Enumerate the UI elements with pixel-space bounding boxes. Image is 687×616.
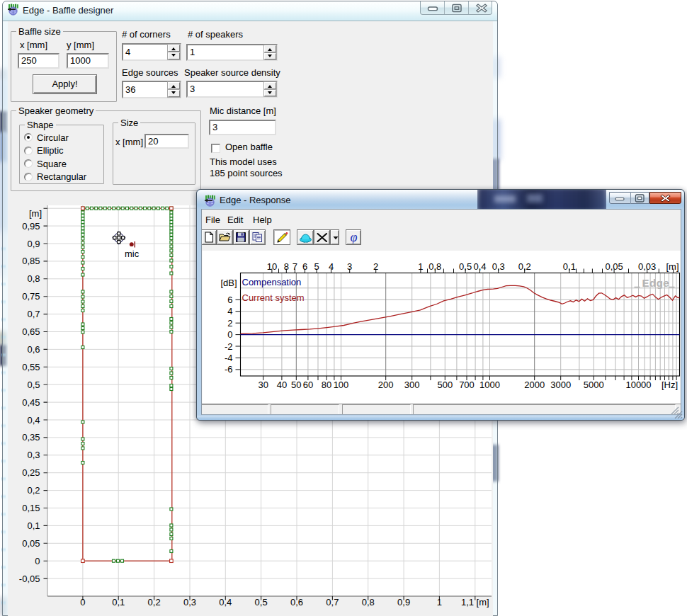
svg-text:2000: 2000 (524, 379, 545, 389)
svg-text:0,8: 0,8 (27, 273, 40, 284)
svg-text:mic: mic (125, 249, 140, 259)
svg-text:0,6: 0,6 (290, 597, 303, 608)
svg-text:10000: 10000 (625, 379, 651, 389)
svg-text:0,9: 0,9 (27, 239, 40, 249)
svg-text:700: 700 (459, 379, 475, 389)
svg-text:60: 60 (303, 379, 313, 389)
svg-text:0,5: 0,5 (255, 597, 268, 608)
svg-text:0,1: 0,1 (112, 597, 125, 608)
svg-text:0,1: 0,1 (563, 261, 576, 272)
svg-text:0,05: 0,05 (605, 261, 623, 272)
svg-text:0,05: 0,05 (22, 538, 40, 549)
svg-text:0,2: 0,2 (27, 485, 40, 496)
svg-text:[m]: [m] (666, 261, 679, 272)
svg-text:0,5: 0,5 (459, 261, 472, 272)
svg-text:0,55: 0,55 (22, 362, 40, 372)
svg-text:10: 10 (267, 261, 277, 272)
svg-text:0,95: 0,95 (22, 221, 40, 232)
svg-text:0,5: 0,5 (27, 380, 40, 390)
svg-text:3: 3 (347, 261, 352, 272)
svg-text:4: 4 (227, 306, 232, 316)
svg-text:1: 1 (418, 261, 423, 272)
svg-text:0,3: 0,3 (27, 450, 40, 460)
svg-text:5000: 5000 (584, 379, 604, 389)
svg-text:0,45: 0,45 (22, 397, 40, 408)
svg-text:0,8: 0,8 (428, 261, 441, 272)
svg-text:2: 2 (227, 317, 232, 328)
svg-text:Compensation: Compensation (242, 277, 302, 287)
svg-text:300: 300 (404, 379, 420, 389)
svg-text:0: 0 (80, 597, 85, 608)
svg-text:-6: -6 (225, 364, 233, 375)
svg-text:0,25: 0,25 (22, 467, 40, 478)
svg-text:[m]: [m] (29, 208, 42, 219)
svg-text:0,15: 0,15 (22, 503, 40, 513)
svg-text:φ: φ (351, 232, 358, 244)
svg-text:-2: -2 (225, 341, 233, 351)
svg-text:50: 50 (291, 379, 301, 389)
svg-text:40: 40 (277, 379, 287, 389)
svg-text:-4: -4 (225, 353, 233, 363)
svg-text:500: 500 (437, 379, 453, 389)
svg-text:6: 6 (302, 261, 307, 272)
svg-text:0,2: 0,2 (148, 597, 161, 608)
svg-text:3000: 3000 (550, 379, 571, 389)
svg-text:0,4: 0,4 (27, 415, 40, 426)
svg-text:1000: 1000 (479, 379, 500, 389)
svg-text:[Hz]: [Hz] (662, 379, 678, 389)
svg-text:0,85: 0,85 (22, 256, 40, 266)
svg-text:7: 7 (293, 261, 297, 272)
svg-text:1,1 [m]: 1,1 [m] (461, 597, 489, 608)
svg-text:Current system: Current system (242, 292, 305, 303)
svg-text:0,75: 0,75 (22, 291, 40, 302)
svg-text:0,2: 0,2 (518, 261, 531, 272)
svg-text:6: 6 (227, 294, 232, 304)
svg-text:0,35: 0,35 (22, 432, 40, 443)
svg-text:0,8: 0,8 (362, 597, 375, 608)
svg-text:0,3: 0,3 (492, 261, 505, 272)
svg-text:0,9: 0,9 (397, 597, 410, 608)
svg-text:1: 1 (437, 597, 442, 608)
svg-text:0,4: 0,4 (473, 261, 486, 272)
svg-text:0,1: 0,1 (27, 520, 40, 531)
svg-text:8: 8 (284, 261, 289, 272)
svg-text:0,7: 0,7 (326, 597, 339, 608)
svg-text:2: 2 (373, 261, 378, 272)
svg-text:5: 5 (314, 261, 319, 272)
svg-text:Edge: Edge (642, 277, 670, 289)
svg-text:-0,05: -0,05 (19, 574, 40, 584)
svg-text:200: 200 (378, 379, 394, 389)
svg-text:100: 100 (334, 379, 349, 389)
svg-text:0,7: 0,7 (27, 309, 40, 319)
svg-text:80: 80 (322, 379, 331, 389)
svg-text:0: 0 (35, 556, 40, 566)
svg-text:0: 0 (227, 329, 232, 340)
svg-text:0,3: 0,3 (183, 597, 196, 608)
svg-text:0,6: 0,6 (27, 344, 40, 355)
svg-text:[dB]: [dB] (220, 278, 237, 288)
svg-text:30: 30 (258, 379, 268, 389)
svg-text:0,65: 0,65 (22, 326, 40, 337)
svg-text:0,03: 0,03 (638, 261, 656, 272)
svg-text:0,4: 0,4 (219, 597, 232, 608)
svg-text:4: 4 (329, 261, 334, 272)
